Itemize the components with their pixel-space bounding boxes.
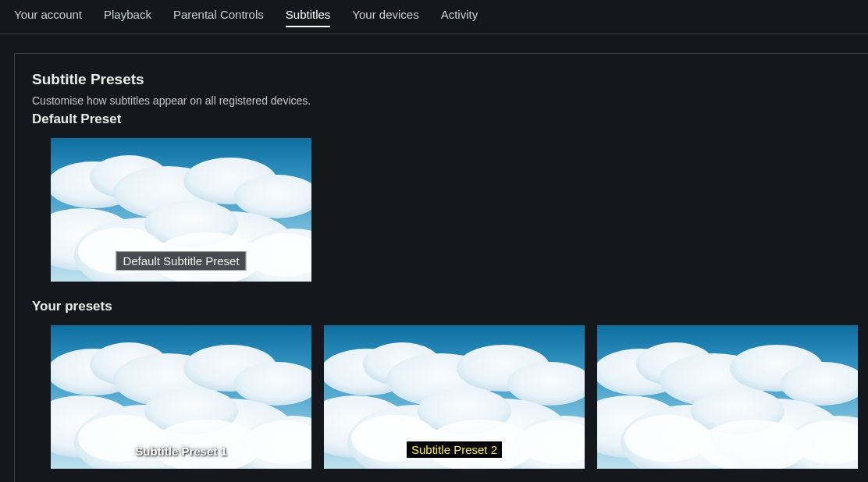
default-preset-heading: Default Preset <box>32 112 868 127</box>
default-preset-row: Default Subtitle Preset <box>32 138 868 282</box>
default-preset-caption: Default Subtitle Preset <box>116 251 246 271</box>
preset-2-caption: Subtitle Preset 2 <box>407 441 502 458</box>
section-description: Customise how subtitles appear on all re… <box>32 94 868 107</box>
your-presets-heading: Your presets <box>32 299 868 314</box>
preset-1-caption: Subtitle Preset 1 <box>135 445 227 458</box>
subtitles-panel: Subtitle Presets Customise how subtitles… <box>14 53 868 482</box>
tab-your-account[interactable]: Your account <box>14 8 82 27</box>
default-preset-card[interactable]: Default Subtitle Preset <box>51 138 311 282</box>
your-presets-row: Subtitle Preset 1 Subtitle Preset 2 Subt… <box>32 325 868 469</box>
tab-parental-controls[interactable]: Parental Controls <box>173 8 264 27</box>
preset-card-3[interactable]: Subtitle Preset 3 <box>597 325 858 469</box>
tab-playback[interactable]: Playback <box>104 8 151 27</box>
section-title: Subtitle Presets <box>32 71 868 88</box>
preset-card-1[interactable]: Subtitle Preset 1 <box>51 325 311 469</box>
preset-card-2[interactable]: Subtitle Preset 2 <box>324 325 585 469</box>
preset-3-caption: Subtitle Preset 3 <box>685 445 770 458</box>
tab-activity[interactable]: Activity <box>441 8 478 27</box>
tab-your-devices[interactable]: Your devices <box>352 8 418 27</box>
settings-tabbar: Your account Playback Parental Controls … <box>0 0 868 34</box>
tab-subtitles[interactable]: Subtitles <box>286 8 331 27</box>
